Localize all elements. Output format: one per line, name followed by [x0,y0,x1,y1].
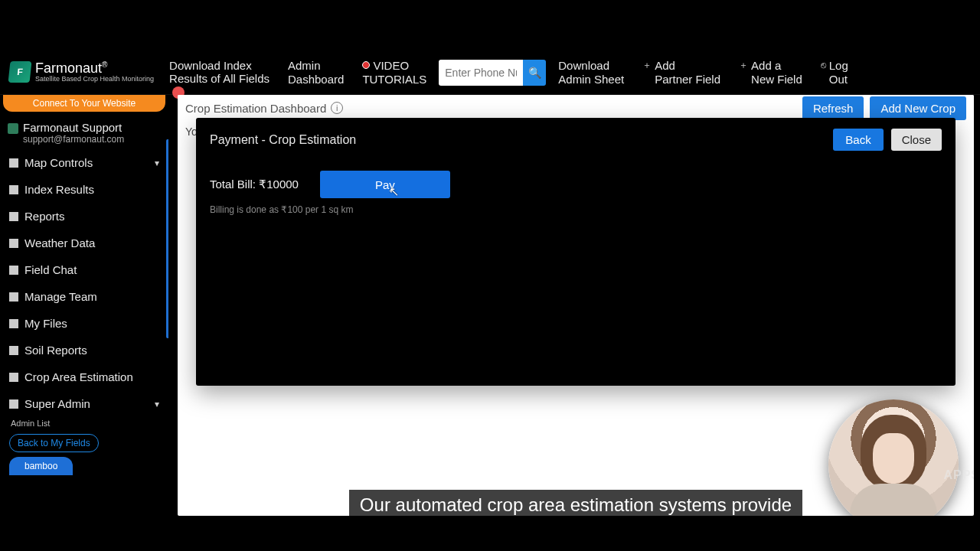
main-panel: Crop Estimation Dashboard i Refresh Add … [178,95,974,516]
phone-search: 🔍 [439,60,546,86]
sidebar-scrollbar[interactable] [166,139,168,338]
sidebar-item-manage-team[interactable]: Manage Team [0,283,168,310]
brand-name: Farmonaut [35,60,102,76]
nav-download-admin-sheet[interactable]: DownloadAdmin Sheet [552,56,630,89]
nav-add-partner-field-label: AddPartner Field [655,59,720,86]
sidebar-item-map-controls[interactable]: Map Controls ▾ [0,149,168,176]
nav-video-tutorials[interactable]: VIDEO TUTORIALS [356,56,433,90]
trademark: ® [102,60,107,69]
app-header: F Farmonaut® Satellite Based Crop Health… [0,51,980,95]
sidebar-item-label: Reports [24,210,65,223]
sidebar-item-super-admin[interactable]: Super Admin ▾ [0,390,168,417]
sidebar-item-my-files[interactable]: My Files [0,310,168,337]
nav-add-new-field[interactable]: ＋ Add aNew Field [733,56,808,89]
sidebar-item-label: Crop Area Estimation [24,370,133,383]
add-new-crop-button[interactable]: Add New Crop [870,96,966,120]
sidebar-item-label: Super Admin [24,397,90,410]
video-caption: Our automated crop area estimation syste… [331,490,821,516]
sidebar-item-label: Index Results [24,183,94,196]
chevron-down-icon: ▾ [155,158,159,168]
presenter-avatar [828,399,959,516]
sidebar-item-reports[interactable]: Reports [0,203,168,230]
brand-logo[interactable]: F Farmonaut® Satellite Based Crop Health… [6,61,157,83]
total-bill-label: Total Bill: [210,178,259,191]
modal-back-button[interactable]: Back [833,129,883,151]
nav-log-out[interactable]: ⎋ LogOut [815,56,854,89]
breadcrumb: Crop Estimation Dashboard i [185,102,343,115]
chevron-down-icon: ▾ [155,399,159,409]
record-icon [362,61,370,69]
logout-icon: ⎋ [821,60,826,71]
sidebar-item-field-chat[interactable]: Field Chat [0,256,168,283]
watermark: APPS [943,468,974,482]
video-tutorials-bottom: TUTORIALS [362,73,426,86]
files-icon [9,319,18,328]
video-tutorials-top: VIDEO [373,59,409,72]
total-bill: Total Bill: ₹10000 [210,178,299,191]
admin-icon [9,399,18,409]
sidebar-item-label: Map Controls [24,156,93,169]
sidebar-item-label: Soil Reports [24,344,87,357]
support-avatar-icon [8,123,18,134]
team-icon [9,292,18,302]
modal-close-button[interactable]: Close [891,129,942,151]
nav-admin-dashboard[interactable]: AdminDashboard [282,56,350,89]
sidebar-item-label: My Files [24,317,67,330]
plus-icon: ＋ [739,60,748,71]
breadcrumb-label: Crop Estimation Dashboard [185,102,326,115]
refresh-button[interactable]: Refresh [802,96,864,120]
index-icon [9,185,18,194]
support-email: support@farmonaut.com [23,134,124,145]
sidebar-item-index-results[interactable]: Index Results [0,176,168,203]
pay-button[interactable]: Pay ↖ [320,171,450,198]
sidebar-pill-button[interactable]: bamboo [9,457,73,475]
phone-input[interactable] [439,60,523,86]
soil-icon [9,346,18,355]
admin-list-label: Admin List [0,417,168,431]
nav-download-index-label: Download IndexResults of All Fields [169,59,270,85]
brand-tagline: Satellite Based Crop Health Monitoring [35,76,154,83]
sidebar-item-soil-reports[interactable]: Soil Reports [0,337,168,364]
billing-note: Billing is done as ₹100 per 1 sq km [210,204,942,215]
sidebar-item-weather-data[interactable]: Weather Data [0,230,168,256]
plus-icon: ＋ [642,60,652,71]
sidebar-item-label: Weather Data [24,236,95,249]
modal-title: Payment - Crop Estimation [210,133,356,147]
nav-download-index[interactable]: Download IndexResults of All Fields [163,43,276,103]
info-icon[interactable]: i [331,102,343,114]
search-icon: 🔍 [528,67,541,79]
caption-line-1: Our automated crop area estimation syste… [349,490,802,516]
connect-website-button[interactable]: Connect To Your Website [3,95,165,112]
crop-icon [9,373,18,382]
pay-button-label: Pay [375,178,395,191]
nav-add-new-field-label: Add aNew Field [751,59,802,86]
sidebar-item-label: Field Chat [24,263,77,276]
back-to-my-fields-button[interactable]: Back to My Fields [9,434,99,452]
logo-mark-icon: F [8,61,32,83]
sidebar-item-crop-area-estimation[interactable]: Crop Area Estimation [0,364,168,390]
sidebar-item-label: Manage Team [24,290,97,303]
sidebar: Connect To Your Website Farmonaut Suppor… [0,95,168,516]
total-bill-value: ₹10000 [259,178,299,191]
reports-icon [9,212,18,221]
support-block[interactable]: Farmonaut Support support@farmonaut.com [0,116,168,149]
payment-modal: Payment - Crop Estimation Back Close Tot… [196,118,956,386]
nav-add-partner-field[interactable]: ＋ AddPartner Field [636,56,727,89]
chat-icon [9,266,18,275]
support-title: Farmonaut Support [23,121,124,134]
weather-icon [9,239,18,248]
nav-log-out-label: LogOut [829,59,848,86]
map-icon [9,158,18,168]
phone-search-button[interactable]: 🔍 [523,60,546,86]
